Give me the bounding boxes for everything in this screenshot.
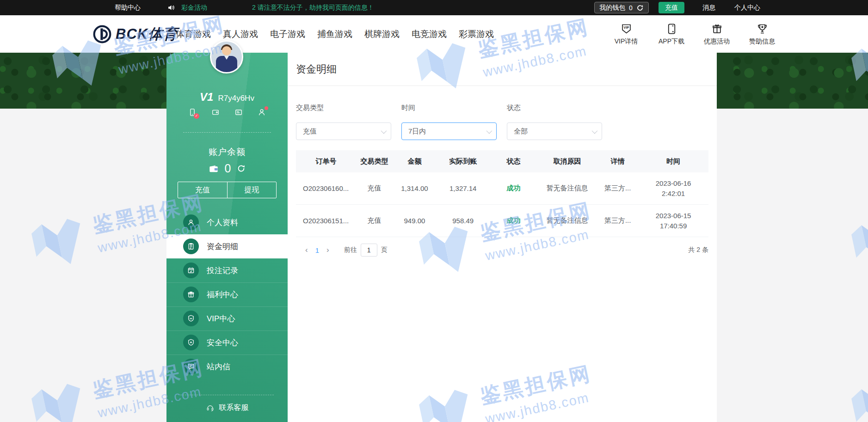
phone-verified-icon[interactable]: ✓ [188,107,197,117]
username: R7y4y6Hv [218,94,254,103]
my-wallet-button[interactable]: 我的钱包 0 [594,2,649,13]
prev-page-button[interactable]: ‹ [302,245,311,255]
time-range-select[interactable]: 7日内 [401,122,497,140]
help-center-link[interactable]: 帮助中心 [115,0,141,15]
sidebar-item-security[interactable]: 安全中心 [166,330,288,355]
total-count: 共 2 条 [688,246,708,254]
vip-details-button[interactable]: VIP VIP详情 [609,23,643,46]
vip-level-badge: V1 [200,91,213,103]
speaker-icon [167,0,175,15]
topbar: 帮助中心 彩金活动 2 请注意不法分子，劫持我司页面的信息！ 我的钱包 0 充值… [0,0,868,15]
refresh-icon[interactable] [636,4,644,12]
page-title: 资金明细 [288,53,717,86]
contact-service-button[interactable]: 联系客服 [180,403,274,413]
sidebar-recharge-button[interactable]: 充值 [178,182,227,198]
logo-text: BCK体育 [116,24,178,44]
status-badge: 成功 [490,184,537,193]
status-badge: 成功 [490,216,537,225]
divider [183,132,271,133]
marquee-notice: 2 请注意不法分子，劫持我司页面的信息！ [252,0,374,15]
balance-refresh-icon[interactable] [237,164,246,173]
sidebar-menu: 个人资料 资金明细 投注记录 福利中心 VIP中心 安全中心 [166,210,288,379]
wallet-label: 我的钱包 [599,4,625,12]
sidebar-item-inbox[interactable]: 站内信 [166,355,288,379]
balance-row: 0 [166,162,288,175]
order-no: O202306160... [296,184,356,192]
balance-amount: 0 [225,162,231,175]
nav-item-live[interactable]: 真人游戏 [223,28,258,40]
topbar-recharge-button[interactable]: 充值 [659,2,684,13]
logo-icon [92,24,112,44]
phone-icon [665,23,678,35]
calendar-check-icon [183,263,199,278]
site-logo[interactable]: BCK体育 [92,15,178,53]
user-identity: V1R7y4y6Hv [166,91,288,104]
balance-title: 账户余额 [166,146,288,158]
page-number[interactable]: 1 [311,246,324,254]
nav-item-esports[interactable]: 电竞游戏 [412,28,447,40]
filters: 交易类型 充值 时间 7日内 状态 全部 [288,104,717,140]
table-header: 订单号 交易类型 金额 实际到账 状态 取消原因 详情 时间 [296,150,708,172]
headset-icon [206,404,215,412]
navbar: BCK体育 体育游戏 真人游戏 电子游戏 捕鱼游戏 棋牌游戏 电竞游戏 彩票游戏… [0,15,868,53]
profile-center-link[interactable]: 个人中心 [734,0,760,15]
wallet-bind-icon[interactable] [211,107,220,117]
quick-links: VIP VIP详情 APP下载 优惠活动 赞助信息 [609,15,779,53]
pagination: ‹ 1 › 前往 页 共 2 条 [302,244,708,257]
sidebar-item-profile[interactable]: 个人资料 [166,210,288,234]
profile-complete-icon[interactable] [257,107,266,117]
vip-shield-icon [183,311,199,326]
goto-page-input[interactable] [361,244,377,257]
page: 帮助中心 彩金活动 2 请注意不法分子，劫持我司页面的信息！ 我的钱包 0 充值… [0,0,868,422]
funds-table: 订单号 交易类型 金额 实际到账 状态 取消原因 详情 时间 O20230616… [296,150,708,237]
verification-icons: ✓ [166,107,288,117]
order-no: O202306151... [296,217,356,225]
app-download-button[interactable]: APP下载 [655,23,688,46]
sidebar-withdraw-button[interactable]: 提现 [227,182,277,198]
detail-cell: 第三方... [597,216,638,225]
nav-item-sports[interactable]: 体育游戏 [176,28,211,40]
sidebar-item-vip[interactable]: VIP中心 [166,306,288,330]
main-panel: 资金明细 交易类型 充值 时间 7日内 状态 全部 [288,53,717,422]
bank-card-icon[interactable] [234,107,243,117]
filter-transaction-type: 交易类型 充值 [296,104,391,140]
clipboard-icon [183,239,199,254]
security-shield-icon [183,335,199,350]
wallet-actions: 充值 提现 [178,182,277,198]
status-select[interactable]: 全部 [507,122,602,140]
watermark: 鉴黑担保网www.jhdb8.com [844,349,868,422]
vip-icon: VIP [620,23,633,35]
transaction-type-select[interactable]: 充值 [296,122,391,140]
svg-text:VIP: VIP [623,25,629,29]
sidebar-item-funds[interactable]: 资金明细 [166,234,288,258]
table-row: O202306151... 充值 949.00 958.49 成功 暂无备注信息… [296,205,708,237]
filter-status: 状态 全部 [507,104,602,140]
filter-time: 时间 7日内 [401,104,497,140]
chevron-down-icon [486,128,492,134]
sidebar-item-welfare[interactable]: 福利中心 [166,282,288,306]
detail-cell: 第三方... [597,184,638,193]
next-page-button[interactable]: › [324,245,332,255]
trophy-icon [756,23,769,35]
table-row: O202306160... 充值 1,314.00 1,327.14 成功 暂无… [296,172,708,205]
nav-item-cards[interactable]: 棋牌游戏 [364,28,400,40]
person-icon [183,214,199,230]
watermark: 鉴黑担保网www.jhdb8.com [844,185,868,275]
nav-item-fishing[interactable]: 捕鱼游戏 [317,28,352,40]
nav-item-lottery[interactable]: 彩票游戏 [459,28,494,40]
wallet-amount: 0 [629,4,633,12]
gift-icon [183,287,199,302]
wallet-icon [209,164,219,174]
promotions-button[interactable]: 优惠活动 [700,23,733,46]
sidebar-item-bets[interactable]: 投注记录 [166,258,288,282]
avatar[interactable] [210,40,243,73]
sidebar-footer: 联系客服 [180,395,274,413]
promo-link[interactable]: 彩金活动 [181,0,207,15]
chevron-down-icon [381,128,387,134]
message-icon [183,359,199,374]
nav-item-slots[interactable]: 电子游戏 [270,28,305,40]
chevron-down-icon [592,128,598,134]
sponsor-info-button[interactable]: 赞助信息 [745,23,779,46]
messages-link[interactable]: 消息 [702,0,715,15]
gift-icon [711,23,723,35]
